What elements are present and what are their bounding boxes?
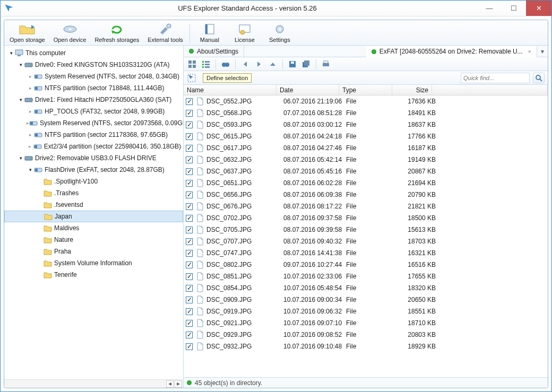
expand-icon[interactable]: ▾ <box>27 167 34 172</box>
file-row[interactable]: ✓DSC_0593.JPG08.07.2016 03:00:12File1863… <box>184 119 548 130</box>
row-checkbox[interactable]: ✓ <box>186 227 193 233</box>
tab-overflow-button[interactable]: ▾ <box>537 46 548 57</box>
tree-item[interactable]: ▾Drive2: Removable USB3.0 FLASH DRIVE <box>4 152 183 164</box>
file-row[interactable]: ✓DSC_0615.JPG08.07.2016 04:24:18File1776… <box>184 130 548 142</box>
file-row[interactable]: ✓DSC_0707.JPG08.07.2016 09:40:32File1870… <box>184 236 548 247</box>
refresh-storages-button[interactable]: Refresh storages <box>90 22 143 45</box>
row-checkbox[interactable]: ✓ <box>186 285 193 292</box>
tree-item[interactable]: System Volume Information <box>4 257 183 269</box>
row-checkbox[interactable]: ✓ <box>186 121 193 128</box>
file-row[interactable]: ✓DSC_0568.JPG07.07.2016 08:51:28File1849… <box>184 107 548 119</box>
device-tree[interactable]: ▾This computer▾Drive0: Fixed KINGSTON SH… <box>4 46 183 379</box>
tree-item[interactable]: ▸NTFS partition (sector 718848, 111.44GB… <box>4 82 183 94</box>
define-selection-icon[interactable] <box>187 73 196 83</box>
nav-up-button[interactable] <box>266 58 279 70</box>
row-checkbox[interactable]: ✓ <box>186 250 193 257</box>
quick-find-input[interactable] <box>461 73 530 83</box>
scroll-left-icon[interactable]: ◀ <box>166 380 174 388</box>
tree-item[interactable]: ▾Drive1: Fixed Hitachi HDP725050GLA360 (… <box>4 94 183 106</box>
tab-active-volume[interactable]: ExFAT [2048-60555264 on Drive2: Removabl… <box>366 46 537 57</box>
settings-button[interactable]: Settings <box>262 22 297 45</box>
row-checkbox[interactable]: ✓ <box>186 180 193 187</box>
file-row[interactable]: ✓DSC_0552.JPG06.07.2016 21:19:06File1763… <box>184 95 548 107</box>
file-row[interactable]: ✓DSC_0632.JPG08.07.2016 05:42:14File1914… <box>184 154 548 165</box>
expand-icon[interactable]: ▾ <box>17 62 24 67</box>
tree-item[interactable]: ▸HP_TOOLS (FAT32, sector 2048, 9.99GB) <box>4 106 183 117</box>
nav-fwd-button[interactable] <box>253 58 265 70</box>
manual-button[interactable]: Manual <box>192 22 227 45</box>
col-name[interactable]: Name <box>184 85 277 95</box>
col-date[interactable]: Date <box>277 85 339 95</box>
row-checkbox[interactable]: ✓ <box>186 145 193 152</box>
file-row[interactable]: ✓DSC_0919.JPG10.07.2016 09:06:32File1855… <box>184 306 548 317</box>
file-row[interactable]: ✓DSC_0637.JPG08.07.2016 05:45:16File2086… <box>184 165 548 177</box>
tree-item[interactable]: ▸Ext2/3/4 partition (sector 225980416, 3… <box>4 141 183 152</box>
row-checkbox[interactable]: ✓ <box>186 297 193 303</box>
maximize-button[interactable]: ☐ <box>502 1 526 16</box>
tree-item[interactable]: ▾Drive0: Fixed KINGSTON SH103S3120G (ATA… <box>4 59 183 71</box>
expand-icon[interactable]: ▸ <box>27 144 33 149</box>
tree-item[interactable]: ▸NTFS partition (sector 21178368, 97.65G… <box>4 129 183 141</box>
file-row[interactable]: ✓DSC_0802.JPG09.07.2016 10:27:44File1651… <box>184 259 548 271</box>
row-checkbox[interactable]: ✓ <box>186 332 193 338</box>
col-type[interactable]: Type <box>339 85 392 95</box>
save-button[interactable] <box>286 58 299 70</box>
file-row[interactable]: ✓DSC_0676.JPG08.07.2016 08:17:22File2182… <box>184 201 548 212</box>
tree-item[interactable]: Praha <box>4 246 183 257</box>
row-checkbox[interactable]: ✓ <box>186 191 193 198</box>
tree-item[interactable]: ▸System Reserved (NTFS, sector 2048, 0.3… <box>4 71 183 82</box>
tree-item[interactable]: Nature <box>4 234 183 246</box>
col-size[interactable]: Size <box>392 85 432 95</box>
row-checkbox[interactable]: ✓ <box>186 238 193 245</box>
row-checkbox[interactable]: ✓ <box>186 156 193 163</box>
file-row[interactable]: ✓DSC_0617.JPG08.07.2016 04:27:46File1618… <box>184 142 548 154</box>
row-checkbox[interactable]: ✓ <box>186 168 193 175</box>
tree-item[interactable]: .Trashes <box>4 187 183 199</box>
view-list-button[interactable] <box>200 58 212 70</box>
row-checkbox[interactable]: ✓ <box>186 308 193 315</box>
row-checkbox[interactable]: ✓ <box>186 273 193 280</box>
expand-icon[interactable]: ▸ <box>27 132 34 137</box>
file-row[interactable]: ✓DSC_0651.JPG08.07.2016 06:02:28File2169… <box>184 177 548 189</box>
tab-close-icon[interactable]: × <box>528 48 531 55</box>
open-storage-button[interactable]: Open storage <box>5 22 49 45</box>
file-row[interactable]: ✓DSC_0854.JPG10.07.2016 05:48:54File1832… <box>184 282 548 294</box>
row-checkbox[interactable]: ✓ <box>186 203 193 210</box>
minimize-button[interactable]: — <box>477 1 502 16</box>
view-icons-button[interactable] <box>186 58 199 70</box>
tree-item[interactable]: ▾This computer <box>4 47 183 59</box>
find-button[interactable] <box>219 58 232 70</box>
expand-icon[interactable]: ▸ <box>27 109 34 114</box>
row-checkbox[interactable]: ✓ <box>186 133 193 140</box>
expand-icon[interactable]: ▾ <box>17 155 24 161</box>
file-row[interactable]: ✓DSC_0851.JPG10.07.2016 02:33:06File1765… <box>184 271 548 282</box>
row-checkbox[interactable]: ✓ <box>186 320 193 327</box>
external-tools-button[interactable]: External tools <box>143 22 187 45</box>
tree-item[interactable]: Tenerife <box>4 269 183 281</box>
file-row[interactable]: ✓DSC_0705.JPG08.07.2016 09:39:58File1561… <box>184 224 548 236</box>
tree-item[interactable]: Japan <box>4 211 183 222</box>
row-checkbox[interactable]: ✓ <box>186 110 193 117</box>
file-row[interactable]: ✓DSC_0747.JPG08.07.2016 14:41:38File1632… <box>184 247 548 259</box>
file-row[interactable]: ✓DSC_0921.JPG10.07.2016 09:07:10File1871… <box>184 317 548 329</box>
print-button[interactable] <box>320 58 332 70</box>
expand-icon[interactable]: ▸ <box>27 85 34 91</box>
quick-find-button[interactable] <box>533 73 545 83</box>
scroll-right-icon[interactable]: ▶ <box>175 380 182 388</box>
tree-h-scroll[interactable]: ◀ ▶ <box>4 379 183 388</box>
tree-item[interactable]: Maldives <box>4 222 183 234</box>
tree-item[interactable]: .fseventsd <box>4 199 183 211</box>
row-checkbox[interactable]: ✓ <box>186 215 193 222</box>
tree-item[interactable]: .Spotlight-V100 <box>4 176 183 187</box>
row-checkbox[interactable]: ✓ <box>186 98 193 105</box>
file-row[interactable]: ✓DSC_0909.JPG10.07.2016 09:00:34File2065… <box>184 294 548 306</box>
expand-icon[interactable]: ▸ <box>27 74 34 79</box>
license-button[interactable]: License <box>227 22 262 45</box>
tab-about[interactable]: About/Settings <box>184 46 244 57</box>
file-row[interactable]: ✓DSC_0702.JPG08.07.2016 09:37:58File1850… <box>184 212 548 224</box>
file-row[interactable]: ✓DSC_0929.JPG10.07.2016 09:08:52File2080… <box>184 329 548 341</box>
tree-item[interactable]: ▾FlashDrive (ExFAT, sector 2048, 28.87GB… <box>4 164 183 176</box>
file-grid[interactable]: ✓DSC_0552.JPG06.07.2016 21:19:06File1763… <box>184 95 548 377</box>
save-all-button[interactable] <box>300 58 313 70</box>
file-row[interactable]: ✓DSC_0656.JPG08.07.2016 06:09:38File2079… <box>184 189 548 201</box>
